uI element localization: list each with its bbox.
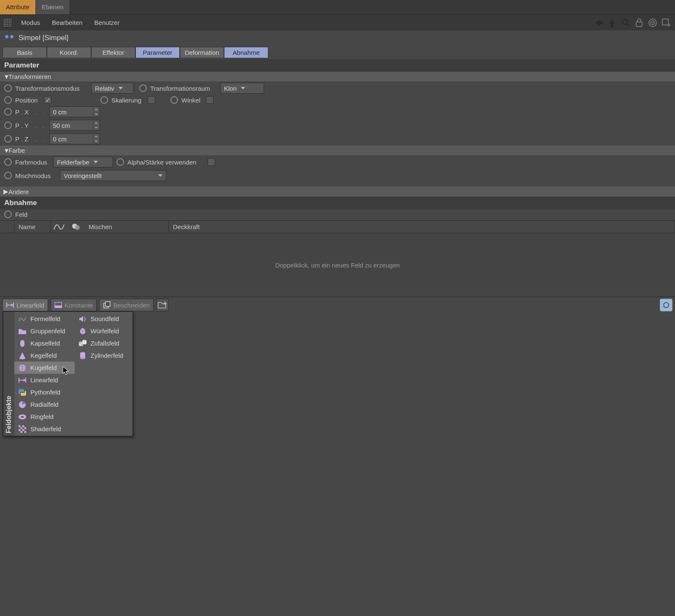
- svg-rect-2: [636, 22, 642, 27]
- popup-title: Feldobjekte: [3, 312, 14, 436]
- menu-modus[interactable]: Modus: [15, 16, 46, 29]
- label-px: P . X: [15, 108, 31, 116]
- menuitem-kapselfeld[interactable]: Kapselfeld: [14, 337, 75, 349]
- menuitem-radialfeld[interactable]: Radialfeld: [14, 398, 75, 411]
- label-mischmodus: Mischmodus: [15, 172, 57, 179]
- input-px[interactable]: 0 cm: [49, 106, 100, 117]
- svg-rect-17: [55, 305, 62, 308]
- group-farbe[interactable]: ▼ Farbe: [0, 146, 675, 155]
- menuitem-kegelfeld[interactable]: Kegelfeld: [14, 349, 75, 362]
- menuitem-pythonfeld[interactable]: Pythonfeld: [14, 386, 75, 398]
- btn-konstante[interactable]: Konstante: [51, 299, 97, 311]
- spinner[interactable]: [93, 120, 100, 130]
- popup-col-1: Formelfeld Gruppenfeld Kapselfeld Kegelf…: [14, 312, 75, 436]
- spinner[interactable]: [93, 134, 100, 144]
- anim-bullet[interactable]: [100, 96, 108, 104]
- label-alpha: Alpha/Stärke verwenden: [127, 159, 204, 166]
- capsule-icon: [18, 339, 27, 348]
- refresh-icon: [662, 301, 670, 309]
- menuitem-label: Soundfeld: [91, 315, 119, 322]
- up-arrow-icon[interactable]: [607, 17, 618, 28]
- anim-bullet[interactable]: [4, 96, 12, 104]
- group-label: Andere: [8, 188, 29, 195]
- th-mischen[interactable]: Mischen: [84, 221, 169, 233]
- chevron-down-icon: ▼: [3, 147, 8, 154]
- menuitem-linearfeld[interactable]: Linearfeld: [14, 374, 75, 386]
- tab-koord[interactable]: Koord.: [47, 47, 91, 58]
- anim-bullet[interactable]: [4, 122, 12, 129]
- group-transformieren[interactable]: ▼ Transformieren: [0, 72, 675, 81]
- spinner[interactable]: [93, 107, 100, 117]
- combo-value: Voreingestellt: [64, 172, 102, 179]
- tab-deformation[interactable]: Deformation: [180, 47, 224, 58]
- back-arrow-icon[interactable]: [593, 17, 604, 28]
- menuitem-kugelfeld[interactable]: Kugelfeld: [14, 362, 75, 374]
- svg-rect-20: [105, 302, 110, 306]
- tab-parameter[interactable]: Parameter: [135, 47, 180, 58]
- menuitem-formelfeld[interactable]: Formelfeld: [14, 313, 75, 325]
- th-curve-icon[interactable]: [51, 221, 68, 233]
- th-blank: [0, 221, 14, 233]
- cube-icon: [78, 327, 87, 336]
- target-icon[interactable]: [647, 17, 658, 28]
- table-header: Name Mischen Deckkraft: [0, 220, 675, 233]
- btn-linearfeld[interactable]: Linearfeld: [3, 299, 48, 311]
- th-color-icon[interactable]: [68, 221, 84, 233]
- anim-bullet[interactable]: [4, 172, 12, 179]
- new-panel-icon[interactable]: [661, 17, 672, 28]
- tab-effektor[interactable]: Effektor: [91, 47, 135, 58]
- tab-attribute[interactable]: Attribute: [0, 0, 36, 14]
- svg-point-49: [80, 357, 85, 359]
- menu-bearbeiten[interactable]: Bearbeiten: [46, 16, 89, 29]
- combo-transformationsmodus[interactable]: Relativ: [91, 83, 133, 94]
- table-body-empty[interactable]: Doppelklick, um ein neues Feld zu erzeug…: [0, 233, 675, 297]
- combo-farbmodus[interactable]: Felderfarbe: [53, 157, 113, 168]
- group-andere[interactable]: ▶ Andere: [0, 186, 675, 197]
- combo-transformationsraum[interactable]: Klon: [220, 83, 264, 94]
- anim-bullet[interactable]: [116, 158, 124, 166]
- input-pz[interactable]: 0 cm: [49, 133, 100, 144]
- anim-bullet[interactable]: [170, 96, 178, 104]
- menuitem-label: Pythonfeld: [30, 389, 60, 396]
- combo-mischmodus[interactable]: Voreingestellt: [60, 170, 166, 181]
- checkbox-position[interactable]: [44, 96, 51, 104]
- popup-col-2: Soundfeld Würfelfeld Zufallsfeld Zylinde…: [75, 312, 133, 436]
- menuitem-shaderfeld[interactable]: Shaderfeld: [14, 423, 75, 435]
- anim-bullet[interactable]: [4, 135, 12, 143]
- anim-bullet[interactable]: [4, 108, 12, 116]
- search-icon[interactable]: [620, 17, 631, 28]
- btn-beschneiden[interactable]: Beschneiden: [99, 299, 154, 311]
- checkbox-alpha[interactable]: [208, 158, 215, 166]
- anim-bullet[interactable]: [4, 211, 12, 218]
- btn-add-folder[interactable]: [156, 299, 169, 311]
- th-name[interactable]: Name: [14, 221, 51, 233]
- checkbox-winkel[interactable]: [206, 96, 213, 104]
- th-deckkraft[interactable]: Deckkraft: [169, 221, 675, 233]
- checkbox-skalierung[interactable]: [148, 96, 155, 104]
- label-winkel: Winkel: [181, 97, 202, 104]
- menuitem-zufallsfeld[interactable]: Zufallsfeld: [75, 337, 133, 349]
- label-skalierung: Skalierung: [111, 97, 144, 104]
- tab-basis[interactable]: Basis: [3, 47, 47, 58]
- menuitem-soundfeld[interactable]: Soundfeld: [75, 313, 133, 325]
- svg-rect-35: [22, 425, 24, 427]
- menu-benutzer[interactable]: Benutzer: [89, 16, 126, 29]
- lock-icon[interactable]: [634, 17, 645, 28]
- menuitem-gruppenfeld[interactable]: Gruppenfeld: [14, 325, 75, 337]
- menuitem-ringfeld[interactable]: Ringfeld: [14, 411, 75, 423]
- menuitem-label: Zufallsfeld: [91, 340, 119, 347]
- menuitem-wuerfelfeld[interactable]: Würfelfeld: [75, 325, 133, 337]
- input-py[interactable]: 50 cm: [49, 120, 100, 131]
- panel-grip[interactable]: [3, 19, 12, 27]
- tab-abnahme[interactable]: Abnahme: [224, 47, 268, 58]
- group-label: Transformieren: [8, 73, 51, 80]
- anim-bullet[interactable]: [4, 84, 12, 92]
- btn-refresh[interactable]: [660, 299, 672, 311]
- anim-bullet[interactable]: [4, 158, 12, 166]
- tab-ebenen[interactable]: Ebenen: [36, 0, 70, 14]
- svg-point-5: [652, 22, 653, 23]
- menuitem-label: Radialfeld: [30, 401, 59, 408]
- anim-bullet[interactable]: [139, 84, 147, 92]
- menuitem-zylinderfeld[interactable]: Zylinderfeld: [75, 349, 133, 362]
- dots-icon: . .: [35, 122, 46, 129]
